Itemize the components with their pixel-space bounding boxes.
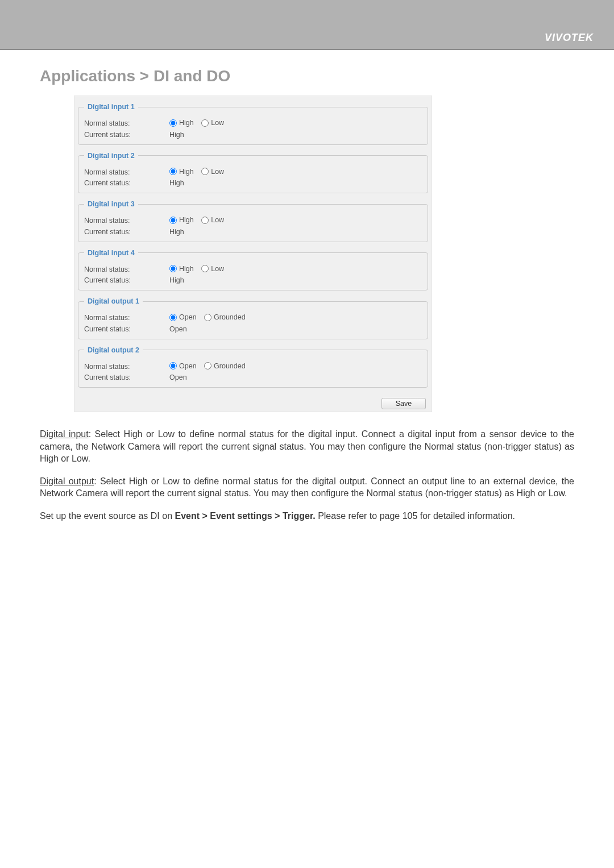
radio-grounded-label: Grounded (214, 362, 246, 370)
radio-high-label: High (179, 119, 194, 127)
radio-low-input[interactable] (201, 119, 209, 127)
event-setup-trail: Please refer to page 105 for detailed in… (316, 511, 515, 521)
digital-input-term: Digital input (40, 429, 89, 439)
radio-open-input[interactable] (169, 362, 177, 369)
group-digital-input-1: Digital input 1 Normal status: High Low (78, 103, 428, 145)
normal-status-label: Normal status: (84, 314, 169, 322)
save-row: Save (78, 394, 428, 410)
group-digital-output-1: Digital output 1 Normal status: Open Gro… (78, 297, 428, 339)
normal-status-label: Normal status: (84, 217, 169, 225)
group-legend: Digital output 1 (84, 297, 143, 305)
radio-open-input[interactable] (169, 314, 177, 321)
normal-status-options: High Low (169, 168, 422, 177)
radio-open[interactable]: Open (169, 313, 197, 321)
radio-low[interactable]: Low (201, 216, 224, 224)
radio-high-label: High (179, 168, 194, 176)
radio-high[interactable]: High (169, 265, 194, 273)
normal-status-options: High Low (169, 265, 422, 275)
radio-grounded[interactable]: Grounded (204, 313, 246, 321)
radio-high[interactable]: High (169, 168, 194, 176)
radio-grounded[interactable]: Grounded (204, 362, 246, 370)
digital-output-text: : Select High or Low to define normal st… (40, 476, 574, 499)
current-status-value: Open (169, 373, 422, 381)
radio-high-input[interactable] (169, 217, 177, 224)
current-status-label: Current status: (84, 325, 169, 333)
page-title: Applications > DI and DO (40, 67, 574, 85)
header-band: VIVOTEK (0, 0, 614, 50)
group-digital-output-2: Digital output 2 Normal status: Open Gro… (78, 346, 428, 388)
current-status-value: High (169, 228, 422, 236)
current-status-value: High (169, 276, 422, 284)
current-status-value: Open (169, 325, 422, 333)
normal-status-label: Normal status: (84, 265, 169, 273)
current-status-row: Current status: High (84, 131, 422, 139)
radio-low-input[interactable] (201, 265, 209, 272)
normal-status-row: Normal status: Open Grounded (84, 362, 422, 372)
paragraph-event-setup: Set up the event source as DI on Event >… (40, 510, 574, 522)
digital-output-term: Digital output (40, 476, 94, 486)
radio-high-input[interactable] (169, 265, 177, 272)
footer: User's Manual - 121 (512, 843, 594, 853)
radio-high[interactable]: High (169, 216, 194, 224)
current-status-row: Current status: High (84, 276, 422, 284)
radio-low-input[interactable] (201, 217, 209, 224)
current-status-row: Current status: High (84, 228, 422, 236)
content-area: Applications > DI and DO Digital input 1… (40, 67, 574, 522)
group-legend: Digital input 4 (84, 249, 138, 257)
normal-status-options: Open Grounded (169, 313, 422, 323)
normal-status-row: Normal status: High Low (84, 265, 422, 275)
normal-status-label: Normal status: (84, 168, 169, 176)
group-digital-input-2: Digital input 2 Normal status: High Low (78, 152, 428, 194)
radio-grounded-input[interactable] (204, 314, 211, 321)
radio-open-label: Open (179, 313, 197, 321)
current-status-value: High (169, 131, 422, 139)
radio-low-label: Low (211, 216, 224, 224)
group-legend: Digital input 3 (84, 200, 138, 208)
digital-input-text: : Select High or Low to define normal st… (40, 429, 574, 463)
radio-low-label: Low (211, 168, 224, 176)
paper-area: Applications > DI and DO Digital input 1… (0, 50, 614, 868)
radio-high-input[interactable] (169, 168, 177, 175)
radio-high[interactable]: High (169, 119, 194, 127)
save-button[interactable]: Save (381, 398, 426, 409)
paragraph-digital-output: Digital output: Select High or Low to de… (40, 475, 574, 500)
current-status-label: Current status: (84, 276, 169, 284)
radio-low-label: Low (211, 119, 224, 127)
current-status-row: Current status: Open (84, 325, 422, 333)
body-text: Digital input: Select High or Low to def… (40, 428, 574, 522)
radio-low-label: Low (211, 265, 224, 273)
footer-page-number: 121 (578, 843, 594, 853)
radio-high-label: High (179, 265, 194, 273)
radio-low[interactable]: Low (201, 265, 224, 273)
radio-high-input[interactable] (169, 119, 177, 127)
group-digital-input-4: Digital input 4 Normal status: High Low (78, 249, 428, 291)
radio-low[interactable]: Low (201, 168, 224, 176)
normal-status-label: Normal status: (84, 119, 169, 127)
current-status-label: Current status: (84, 373, 169, 381)
current-status-label: Current status: (84, 179, 169, 187)
normal-status-label: Normal status: (84, 363, 169, 371)
normal-status-row: Normal status: High Low (84, 168, 422, 177)
event-path-bold: Event > Event settings > Trigger. (175, 511, 315, 521)
normal-status-options: High Low (169, 216, 422, 226)
page: VIVOTEK Applications > DI and DO Digital… (0, 0, 614, 868)
normal-status-row: Normal status: Open Grounded (84, 313, 422, 323)
radio-grounded-input[interactable] (204, 362, 211, 369)
normal-status-row: Normal status: High Low (84, 119, 422, 128)
footer-label: User's Manual - (512, 843, 578, 853)
current-status-value: High (169, 179, 422, 187)
radio-open[interactable]: Open (169, 362, 197, 370)
radio-low-input[interactable] (201, 168, 209, 175)
current-status-row: Current status: High (84, 179, 422, 187)
group-digital-input-3: Digital input 3 Normal status: High Low (78, 200, 428, 242)
radio-low[interactable]: Low (201, 119, 224, 127)
radio-grounded-label: Grounded (214, 313, 246, 321)
group-legend: Digital output 2 (84, 346, 143, 354)
paragraph-digital-input: Digital input: Select High or Low to def… (40, 428, 574, 465)
group-legend: Digital input 2 (84, 152, 138, 160)
group-legend: Digital input 1 (84, 103, 138, 111)
brand-label: VIVOTEK (545, 32, 594, 44)
normal-status-row: Normal status: High Low (84, 216, 422, 226)
event-setup-lead: Set up the event source as DI on (40, 511, 175, 521)
radio-open-label: Open (179, 362, 197, 370)
